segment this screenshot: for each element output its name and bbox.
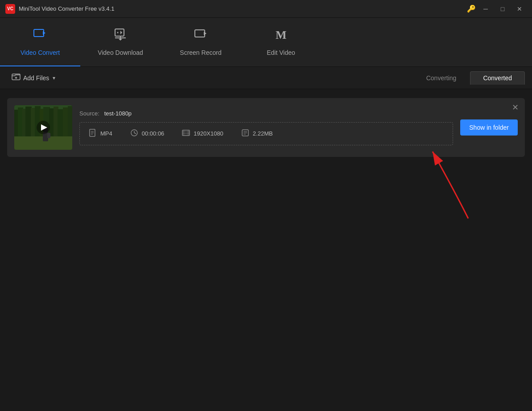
maximize-button[interactable]: □	[495, 3, 510, 15]
format-value: MP4	[100, 130, 112, 137]
screen-record-icon	[194, 27, 208, 45]
add-files-button[interactable]: Add Files ▾	[7, 70, 60, 86]
edit-video-label: Edit Video	[267, 49, 295, 56]
thumbnail-scene	[14, 105, 72, 150]
main-content: Source: test-1080p MP4	[0, 89, 532, 411]
title-bar-left: VC MiniTool Video Converter Free v3.4.1	[5, 4, 114, 14]
source-label: Source: test-1080p	[79, 110, 453, 117]
source-name: test-1080p	[104, 110, 132, 117]
svg-line-40	[134, 133, 136, 134]
converted-tab[interactable]: Converted	[470, 71, 525, 85]
svg-rect-31	[47, 133, 50, 138]
svg-rect-0	[34, 29, 44, 37]
duration-value: 00:00:06	[142, 130, 165, 137]
duration-icon	[130, 129, 138, 139]
show-in-folder-button[interactable]: Show in folder	[460, 119, 518, 136]
add-files-icon	[12, 72, 21, 83]
file-info: Source: test-1080p MP4	[79, 110, 453, 145]
filesize-detail: 2.22MB	[241, 129, 273, 139]
resolution-detail: 1920X1080	[182, 129, 223, 139]
app-logo: VC	[5, 4, 15, 14]
toolbar: Add Files ▾ Converting Converted	[0, 67, 532, 89]
file-card: Source: test-1080p MP4	[7, 98, 525, 157]
screen-record-label: Screen Record	[180, 49, 221, 56]
nav-tab-video-download[interactable]: Video Download	[80, 18, 161, 66]
svg-marker-4	[120, 31, 122, 34]
title-bar-controls: 🔑 ─ □ ✕	[467, 3, 527, 15]
nav-tab-video-convert[interactable]: Video Convert	[0, 18, 80, 66]
resolution-value: 1920X1080	[194, 130, 223, 137]
file-thumbnail[interactable]	[14, 105, 72, 150]
svg-rect-2	[115, 29, 124, 36]
close-card-button[interactable]: ✕	[512, 103, 519, 111]
format-icon	[89, 129, 97, 139]
edit-video-icon: M	[274, 27, 288, 45]
video-convert-label: Video Convert	[21, 49, 60, 56]
svg-point-3	[117, 32, 119, 33]
add-files-label: Add Files	[23, 74, 49, 82]
title-bar: VC MiniTool Video Converter Free v3.4.1 …	[0, 0, 532, 18]
svg-marker-7	[119, 39, 122, 41]
file-details-box: MP4 00:00:06	[79, 122, 453, 145]
app-title: MiniTool Video Converter Free v3.4.1	[19, 5, 114, 12]
key-icon: 🔑	[467, 4, 476, 13]
sub-tabs: Converting Converted	[413, 71, 525, 85]
nav-tab-edit-video[interactable]: M Edit Video	[241, 18, 321, 66]
dropdown-arrow-icon[interactable]: ▾	[53, 75, 55, 81]
filesize-value: 2.22MB	[253, 130, 273, 137]
svg-rect-41	[182, 130, 190, 136]
resolution-icon	[182, 129, 190, 139]
svg-rect-8	[195, 30, 205, 37]
converting-tab[interactable]: Converting	[413, 71, 470, 85]
nav-tabs: Video Convert Video Download Screen Reco…	[0, 18, 532, 67]
video-convert-icon	[33, 27, 47, 45]
filesize-icon	[241, 129, 249, 139]
close-button[interactable]: ✕	[512, 3, 527, 15]
nav-tab-screen-record[interactable]: Screen Record	[161, 18, 241, 66]
duration-detail: 00:00:06	[130, 129, 165, 139]
format-detail: MP4	[89, 129, 112, 139]
svg-text:M: M	[276, 29, 287, 41]
video-download-label: Video Download	[98, 49, 143, 56]
minimize-button[interactable]: ─	[478, 3, 493, 15]
video-download-icon	[113, 27, 128, 45]
